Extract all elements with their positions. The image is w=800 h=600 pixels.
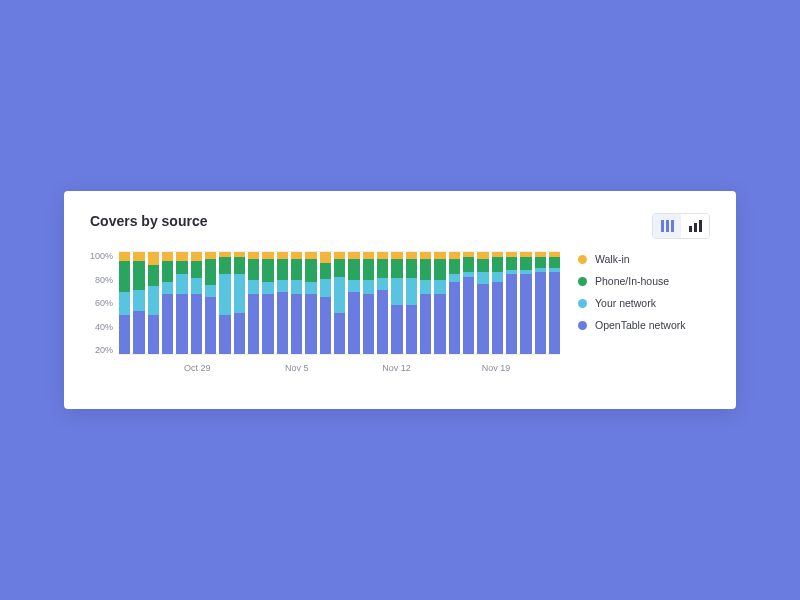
bar-segment-your <box>377 278 388 290</box>
legend-label: OpenTable network <box>595 319 685 331</box>
bar-segment-phone <box>391 259 402 278</box>
grouped-view-button[interactable] <box>681 214 709 238</box>
bar[interactable] <box>320 251 331 354</box>
legend-label: Walk-in <box>595 253 630 265</box>
bar-segment-ot <box>320 297 331 354</box>
bar-segment-ot <box>133 311 144 354</box>
bar[interactable] <box>176 251 187 354</box>
legend-item[interactable]: Walk-in <box>578 253 710 265</box>
bar[interactable] <box>363 251 374 354</box>
bar-segment-phone <box>248 259 259 280</box>
svg-rect-3 <box>689 226 692 232</box>
bar-segment-phone <box>520 257 531 269</box>
bar[interactable] <box>119 251 130 354</box>
bar-segment-your <box>406 278 417 305</box>
bar[interactable] <box>535 251 546 354</box>
bar-segment-walkin <box>420 251 431 259</box>
y-axis: 100%80%60%40%20% <box>90 251 119 355</box>
bar[interactable] <box>248 251 259 354</box>
stacked-view-button[interactable] <box>653 214 681 238</box>
legend-swatch <box>578 277 587 286</box>
legend-item[interactable]: Your network <box>578 297 710 309</box>
y-tick: 20% <box>90 345 113 355</box>
bar-segment-your <box>348 280 359 292</box>
bar[interactable] <box>492 251 503 354</box>
legend-swatch <box>578 255 587 264</box>
bar-segment-your <box>191 278 202 294</box>
bar[interactable] <box>406 251 417 354</box>
bar[interactable] <box>420 251 431 354</box>
bar-segment-phone <box>477 259 488 271</box>
bar[interactable] <box>391 251 402 354</box>
bar[interactable] <box>463 251 474 354</box>
chart-card: Covers by source 100%80%60%40%20% <box>64 191 736 409</box>
bar[interactable] <box>162 251 173 354</box>
chart-area: 100%80%60%40%20% Oct 29Nov 5Nov 12Nov 19 <box>90 251 560 375</box>
x-tick: Nov 5 <box>285 363 309 373</box>
bar[interactable] <box>449 251 460 354</box>
bar-segment-phone <box>262 259 273 282</box>
bar[interactable] <box>262 251 273 354</box>
bar-segment-walkin <box>176 251 187 261</box>
legend-label: Your network <box>595 297 656 309</box>
bar-segment-your <box>133 290 144 311</box>
bar-segment-phone <box>449 259 460 273</box>
bar-segment-walkin <box>162 251 173 261</box>
bar-segment-phone <box>506 257 517 269</box>
bar-segment-your <box>119 292 130 315</box>
y-tick: 80% <box>90 275 113 285</box>
bar-segment-phone <box>334 259 345 277</box>
plot <box>119 251 560 355</box>
bar[interactable] <box>506 251 517 354</box>
svg-rect-5 <box>699 220 702 232</box>
bar-segment-phone <box>305 259 316 282</box>
bar-segment-ot <box>176 294 187 354</box>
bar[interactable] <box>477 251 488 354</box>
bar[interactable] <box>377 251 388 354</box>
bar-segment-phone <box>205 259 216 285</box>
bar-segment-phone <box>420 259 431 280</box>
bar[interactable] <box>148 251 159 354</box>
bar-segment-phone <box>191 261 202 277</box>
legend-item[interactable]: OpenTable network <box>578 319 710 331</box>
bar-segment-your <box>449 274 460 282</box>
bar[interactable] <box>205 251 216 354</box>
bar-segment-your <box>305 282 316 294</box>
bar-segment-ot <box>391 305 402 354</box>
bar-segment-walkin <box>305 251 316 259</box>
bar[interactable] <box>219 251 230 354</box>
bar-segment-your <box>205 285 216 297</box>
x-tick: Nov 12 <box>382 363 411 373</box>
bar[interactable] <box>334 251 345 354</box>
bar-segment-phone <box>348 259 359 280</box>
bar-segment-walkin <box>477 251 488 259</box>
y-tick: 60% <box>90 298 113 308</box>
bar[interactable] <box>291 251 302 354</box>
bar[interactable] <box>133 251 144 354</box>
bar[interactable] <box>234 251 245 354</box>
bar[interactable] <box>348 251 359 354</box>
bar[interactable] <box>434 251 445 354</box>
bar[interactable] <box>305 251 316 354</box>
bar-segment-ot <box>549 272 560 354</box>
bar[interactable] <box>549 251 560 354</box>
bar[interactable] <box>520 251 531 354</box>
stacked-bars-icon <box>661 220 674 232</box>
bar-segment-walkin <box>334 251 345 259</box>
bar-segment-ot <box>449 282 460 354</box>
bar-segment-phone <box>291 259 302 280</box>
bar-segment-walkin <box>348 251 359 259</box>
bar-segment-walkin <box>291 251 302 259</box>
legend-item[interactable]: Phone/In-house <box>578 275 710 287</box>
bar[interactable] <box>277 251 288 354</box>
svg-rect-4 <box>694 223 697 232</box>
bar-segment-walkin <box>248 251 259 259</box>
bar-segment-walkin <box>377 251 388 259</box>
bar-segment-your <box>176 274 187 295</box>
bar-segment-walkin <box>205 251 216 259</box>
bar-segment-walkin <box>191 251 202 261</box>
bar[interactable] <box>191 251 202 354</box>
bar-segment-your <box>262 282 273 294</box>
bar-segment-ot <box>219 315 230 354</box>
bar-segment-your <box>363 280 374 294</box>
